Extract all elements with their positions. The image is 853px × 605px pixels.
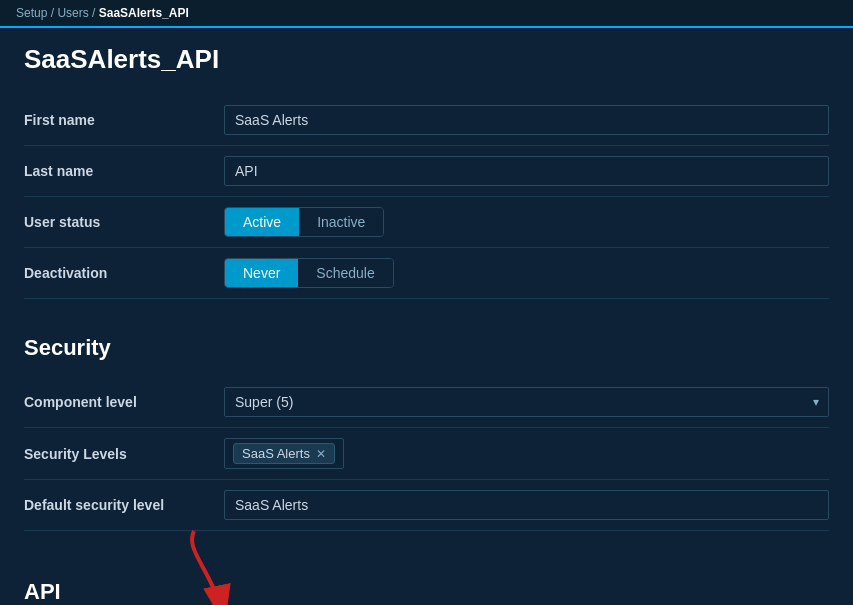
security-title: Security xyxy=(24,323,829,361)
deactivation-label: Deactivation xyxy=(24,265,224,281)
last-name-row: Last name xyxy=(24,146,829,197)
first-name-value xyxy=(224,105,829,135)
security-level-tag-close[interactable]: ✕ xyxy=(316,448,326,460)
first-name-row: First name xyxy=(24,95,829,146)
default-security-level-row: Default security level xyxy=(24,480,829,531)
last-name-value xyxy=(224,156,829,186)
security-level-tag: SaaS Alerts ✕ xyxy=(233,443,335,464)
breadcrumb-users[interactable]: Users xyxy=(57,6,88,20)
page-title: SaaSAlerts_API xyxy=(24,44,829,75)
deactivation-toggle: Never Schedule xyxy=(224,258,394,288)
breadcrumb-sep2: / xyxy=(92,6,99,20)
deactivation-toggle-group: Never Schedule xyxy=(224,258,829,288)
breadcrumb-current: SaaSAlerts_API xyxy=(99,6,189,20)
deactivation-row: Deactivation Never Schedule xyxy=(24,248,829,299)
user-status-toggle: Active Inactive xyxy=(224,207,384,237)
user-status-row: User status Active Inactive xyxy=(24,197,829,248)
component-level-value: Super (5) ▾ xyxy=(224,387,829,417)
component-level-select[interactable]: Super (5) xyxy=(224,387,829,417)
last-name-label: Last name xyxy=(24,163,224,179)
security-levels-value: SaaS Alerts ✕ xyxy=(224,438,829,469)
default-security-level-input[interactable] xyxy=(224,490,829,520)
breadcrumb-setup[interactable]: Setup xyxy=(16,6,47,20)
component-level-label: Component level xyxy=(24,394,224,410)
api-section: API Generate API Keys xyxy=(24,555,829,605)
first-name-input[interactable] xyxy=(224,105,829,135)
security-levels-tag-input[interactable]: SaaS Alerts ✕ xyxy=(224,438,344,469)
user-status-label: User status xyxy=(24,214,224,230)
user-status-active-btn[interactable]: Active xyxy=(225,208,299,236)
security-levels-row: Security Levels SaaS Alerts ✕ xyxy=(24,428,829,480)
default-security-level-value xyxy=(224,490,829,520)
default-security-level-label: Default security level xyxy=(24,497,224,513)
component-level-dropdown-wrapper: Super (5) ▾ xyxy=(224,387,829,417)
user-status-inactive-btn[interactable]: Inactive xyxy=(299,208,383,236)
security-section: Security Component level Super (5) ▾ Sec… xyxy=(24,323,829,531)
breadcrumb: Setup / Users / SaaSAlerts_API xyxy=(0,0,853,28)
deactivation-never-btn[interactable]: Never xyxy=(225,259,298,287)
deactivation-schedule-btn[interactable]: Schedule xyxy=(298,259,392,287)
api-title: API xyxy=(24,567,829,605)
user-status-toggle-group: Active Inactive xyxy=(224,207,829,237)
security-level-tag-text: SaaS Alerts xyxy=(242,446,310,461)
last-name-input[interactable] xyxy=(224,156,829,186)
security-levels-label: Security Levels xyxy=(24,446,224,462)
component-level-row: Component level Super (5) ▾ xyxy=(24,377,829,428)
user-form-section: First name Last name User status Active … xyxy=(24,95,829,299)
first-name-label: First name xyxy=(24,112,224,128)
